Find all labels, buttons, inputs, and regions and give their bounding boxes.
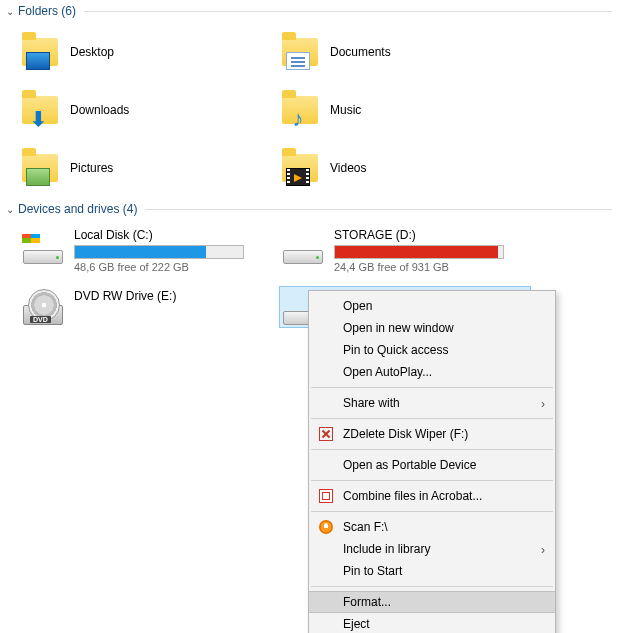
section-header-drives[interactable]: ⌄ Devices and drives (4): [0, 198, 618, 220]
drive-free-text: 48,6 GB free of 222 GB: [74, 261, 268, 273]
usage-fill: [335, 246, 498, 258]
menu-zdelete[interactable]: ZDelete Disk Wiper (F:): [309, 423, 555, 445]
menu-separator: [311, 511, 553, 512]
usage-bar: [334, 245, 504, 259]
zdelete-icon: [317, 425, 335, 443]
menu-open-new-window[interactable]: Open in new window: [309, 317, 555, 339]
dvd-icon: DVD: [22, 289, 64, 325]
menu-pin-quick-access[interactable]: Pin to Quick access: [309, 339, 555, 361]
folder-icon: [280, 148, 320, 188]
menu-separator: [311, 480, 553, 481]
section-title: Devices and drives (4): [18, 202, 137, 216]
drive-dvd-e[interactable]: DVD DVD RW Drive (E:): [20, 287, 270, 327]
folder-label: Music: [330, 103, 361, 117]
folder-icon: ♪: [280, 90, 320, 130]
section-title: Folders (6): [18, 4, 76, 18]
menu-eject[interactable]: Eject: [309, 613, 555, 633]
folder-icon: [20, 32, 60, 72]
menu-combine-acrobat[interactable]: Combine files in Acrobat...: [309, 485, 555, 507]
folder-icon: ⬇: [20, 90, 60, 130]
hdd-icon: [282, 228, 324, 264]
folder-icon: [280, 32, 320, 72]
folder-label: Documents: [330, 45, 391, 59]
menu-share-with[interactable]: Share with›: [309, 392, 555, 414]
antivirus-icon: [317, 518, 335, 536]
menu-separator: [311, 586, 553, 587]
folder-pictures[interactable]: Pictures: [20, 144, 270, 192]
menu-scan[interactable]: Scan F:\: [309, 516, 555, 538]
folder-label: Pictures: [70, 161, 113, 175]
drive-name: DVD RW Drive (E:): [74, 289, 268, 303]
context-menu: Open Open in new window Pin to Quick acc…: [308, 290, 556, 633]
menu-separator: [311, 418, 553, 419]
folder-icon: [20, 148, 60, 188]
folder-label: Downloads: [70, 103, 129, 117]
menu-open-autoplay[interactable]: Open AutoPlay...: [309, 361, 555, 383]
menu-separator: [311, 387, 553, 388]
folder-desktop[interactable]: Desktop: [20, 28, 270, 76]
drive-storage-d[interactable]: STORAGE (D:) 24,4 GB free of 931 GB: [280, 226, 530, 275]
chevron-right-icon: ›: [541, 543, 545, 557]
usage-fill: [75, 246, 206, 258]
folder-label: Desktop: [70, 45, 114, 59]
drive-name: STORAGE (D:): [334, 228, 528, 242]
menu-pin-start[interactable]: Pin to Start: [309, 560, 555, 582]
folder-downloads[interactable]: ⬇ Downloads: [20, 86, 270, 134]
menu-format[interactable]: Format...: [309, 591, 555, 613]
folder-documents[interactable]: Documents: [280, 28, 530, 76]
folders-grid: Desktop Documents ⬇ Downloads ♪ Music Pi…: [0, 22, 618, 198]
folder-label: Videos: [330, 161, 366, 175]
menu-open[interactable]: Open: [309, 295, 555, 317]
menu-separator: [311, 449, 553, 450]
chevron-right-icon: ›: [541, 397, 545, 411]
drive-name: Local Disk (C:): [74, 228, 268, 242]
chevron-down-icon: ⌄: [6, 204, 14, 215]
hdd-icon: [22, 228, 64, 264]
menu-include-library[interactable]: Include in library›: [309, 538, 555, 560]
divider: [145, 209, 612, 210]
chevron-down-icon: ⌄: [6, 6, 14, 17]
folder-videos[interactable]: Videos: [280, 144, 530, 192]
drive-free-text: 24,4 GB free of 931 GB: [334, 261, 528, 273]
section-header-folders[interactable]: ⌄ Folders (6): [0, 0, 618, 22]
divider: [84, 11, 612, 12]
menu-portable-device[interactable]: Open as Portable Device: [309, 454, 555, 476]
drive-local-c[interactable]: Local Disk (C:) 48,6 GB free of 222 GB: [20, 226, 270, 275]
folder-music[interactable]: ♪ Music: [280, 86, 530, 134]
acrobat-icon: [317, 487, 335, 505]
usage-bar: [74, 245, 244, 259]
